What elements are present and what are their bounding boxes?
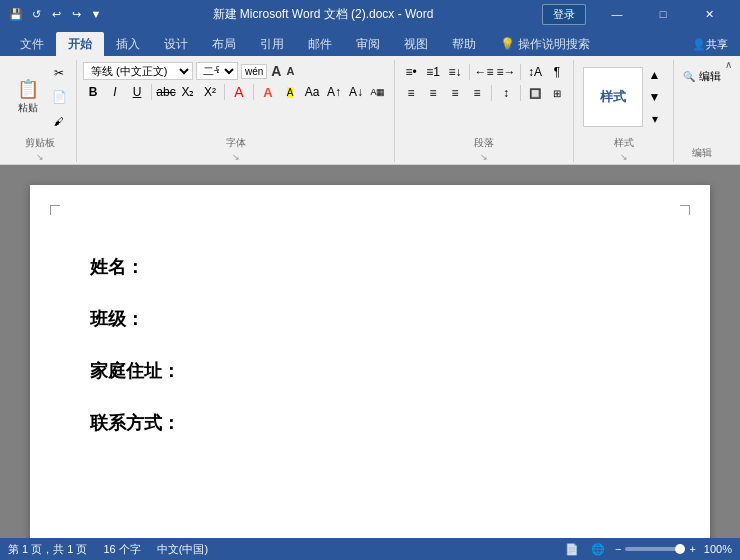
- undo-history-icon[interactable]: ↺: [28, 6, 44, 22]
- ribbon-collapse-button[interactable]: ∧: [720, 56, 736, 72]
- status-bar: 第 1 页，共 1 页 16 个字 中文(中国) 📄 🌐 − + 100%: [0, 538, 740, 560]
- close-button[interactable]: ✕: [686, 0, 732, 28]
- font-color2-button[interactable]: Aa: [302, 82, 322, 102]
- styles-label-text: 样式: [580, 134, 667, 152]
- shading-button[interactable]: 🔲: [525, 83, 545, 103]
- share-button[interactable]: 👤 共享: [684, 32, 736, 56]
- styles-more-button[interactable]: ▾: [645, 109, 665, 129]
- paragraph-expand[interactable]: ↘: [480, 152, 488, 162]
- effects-button[interactable]: A▦: [368, 82, 388, 102]
- strikethrough-button[interactable]: abc: [156, 82, 176, 102]
- search-icon: 🔍: [683, 71, 695, 82]
- undo-icon[interactable]: ↩: [48, 6, 64, 22]
- document-page: 姓名： 班级： 家庭住址： 联系方式：: [30, 185, 710, 538]
- editing-label: 编辑: [680, 144, 724, 162]
- zoom-level: 100%: [704, 543, 732, 555]
- tab-references[interactable]: 引用: [248, 32, 296, 56]
- font-format-row: B I U abc X₂ X² A A: [83, 82, 388, 102]
- format-painter-button[interactable]: 🖌: [48, 110, 70, 132]
- cut-button[interactable]: ✂: [48, 62, 70, 84]
- line-spacing-button[interactable]: ↕: [496, 83, 516, 103]
- line-name: 姓名：: [90, 255, 650, 279]
- superscript-button[interactable]: X²: [200, 82, 220, 102]
- minimize-button[interactable]: —: [594, 0, 640, 28]
- tab-review[interactable]: 审阅: [344, 32, 392, 56]
- language[interactable]: 中文(中国): [157, 542, 208, 557]
- styles-down-button[interactable]: ▼: [645, 87, 665, 107]
- zoom-slider[interactable]: [625, 547, 685, 551]
- editing-group: 🔍 编辑 编辑: [674, 60, 730, 162]
- bold-button[interactable]: B: [83, 82, 103, 102]
- sort-button[interactable]: ↕A: [525, 62, 545, 82]
- styles-up-button[interactable]: ▲: [645, 65, 665, 85]
- login-button[interactable]: 登录: [542, 4, 586, 25]
- italic-button[interactable]: I: [105, 82, 125, 102]
- tab-layout[interactable]: 布局: [200, 32, 248, 56]
- clipboard-expand[interactable]: ↘: [36, 152, 44, 162]
- view-web-button[interactable]: 🌐: [589, 540, 607, 558]
- highlight-button[interactable]: A: [280, 82, 300, 102]
- main-area: 📋 粘贴 ✂ 📄 🖌 剪贴板 ↘: [0, 56, 740, 538]
- tab-help[interactable]: 帮助: [440, 32, 488, 56]
- grow-shrink-button[interactable]: A↑: [324, 82, 344, 102]
- phonetic-button[interactable]: wén: [241, 64, 267, 79]
- increase-font-button[interactable]: A: [270, 62, 282, 80]
- align-center-button[interactable]: ≡: [423, 83, 443, 103]
- status-right: 📄 🌐 − + 100%: [563, 540, 732, 558]
- justify-button[interactable]: ≡: [467, 83, 487, 103]
- bullets-button[interactable]: ≡•: [401, 62, 421, 82]
- font-color-button[interactable]: A: [258, 82, 278, 102]
- decrease-font-button[interactable]: A: [285, 64, 295, 78]
- page-corner-top-right: [680, 205, 690, 215]
- tab-view[interactable]: 视图: [392, 32, 440, 56]
- paste-button[interactable]: 📋 粘贴: [10, 67, 46, 127]
- tab-insert[interactable]: 插入: [104, 32, 152, 56]
- increase-indent-button[interactable]: ≡→: [496, 62, 516, 82]
- dropdown-icon[interactable]: ▼: [88, 6, 104, 22]
- maximize-button[interactable]: □: [640, 0, 686, 28]
- paragraph-controls: ≡• ≡1 ≡↓ ←≡ ≡→ ↕A ¶ ≡ ≡: [401, 60, 567, 134]
- separator-3: [253, 84, 254, 100]
- zoom-in-button[interactable]: +: [689, 543, 695, 555]
- borders-button[interactable]: ⊞: [547, 83, 567, 103]
- separator-2: [224, 84, 225, 100]
- font-size-select[interactable]: 二号: [196, 62, 238, 80]
- styles-expand[interactable]: ↘: [620, 152, 628, 162]
- font-name-row: 等线 (中文正文) 二号 wén A A: [83, 62, 295, 80]
- align-right-button[interactable]: ≡: [445, 83, 465, 103]
- zoom-out-button[interactable]: −: [615, 543, 621, 555]
- view-print-button[interactable]: 📄: [563, 540, 581, 558]
- multilevel-button[interactable]: ≡↓: [445, 62, 465, 82]
- ribbon: 📋 粘贴 ✂ 📄 🖌 剪贴板 ↘: [0, 56, 740, 165]
- tab-file[interactable]: 文件: [8, 32, 56, 56]
- separator-6: [491, 85, 492, 101]
- document-content: 姓名： 班级： 家庭住址： 联系方式：: [90, 225, 650, 435]
- tab-search[interactable]: 💡 操作说明搜索: [488, 32, 602, 56]
- font-expand[interactable]: ↘: [232, 152, 240, 162]
- page-info[interactable]: 第 1 页，共 1 页: [8, 542, 87, 557]
- separator-1: [151, 84, 152, 100]
- clipboard-items: 📋 粘贴 ✂ 📄 🖌: [10, 60, 70, 134]
- clear-format-button[interactable]: A: [229, 82, 249, 102]
- tab-mailings[interactable]: 邮件: [296, 32, 344, 56]
- tab-home[interactable]: 开始: [56, 32, 104, 56]
- subscript-button[interactable]: X₂: [178, 82, 198, 102]
- copy-button[interactable]: 📄: [48, 86, 70, 108]
- decrease-indent-button[interactable]: ←≡: [474, 62, 494, 82]
- styles-label: 样式: [600, 88, 626, 106]
- align-left-button[interactable]: ≡: [401, 83, 421, 103]
- show-marks-button[interactable]: ¶: [547, 62, 567, 82]
- list-row: ≡• ≡1 ≡↓ ←≡ ≡→ ↕A ¶: [401, 62, 567, 82]
- shrink-button[interactable]: A↓: [346, 82, 366, 102]
- redo-icon[interactable]: ↪: [68, 6, 84, 22]
- share-icon: 👤: [692, 38, 706, 51]
- font-name-select[interactable]: 等线 (中文正文): [83, 62, 193, 80]
- save-icon[interactable]: 💾: [8, 6, 24, 22]
- numbering-button[interactable]: ≡1: [423, 62, 443, 82]
- styles-preview[interactable]: 样式: [583, 67, 643, 127]
- tab-design[interactable]: 设计: [152, 32, 200, 56]
- document-area[interactable]: 姓名： 班级： 家庭住址： 联系方式：: [0, 165, 740, 538]
- underline-button[interactable]: U: [127, 82, 147, 102]
- find-button[interactable]: 🔍 编辑: [680, 62, 724, 90]
- char-count[interactable]: 16 个字: [103, 542, 140, 557]
